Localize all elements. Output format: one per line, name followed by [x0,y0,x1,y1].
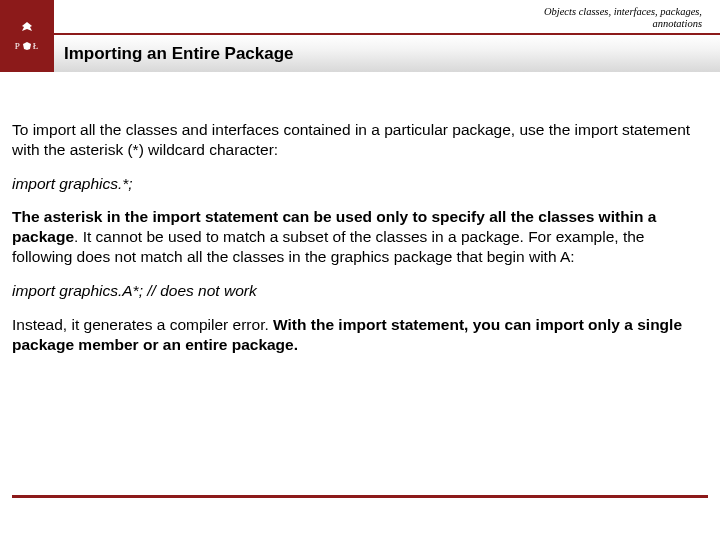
paragraph-conclusion: Instead, it generates a compiler error. … [12,315,702,355]
logo-letter-right: Ł [33,41,40,51]
paragraph-intro: To import all the classes and interfaces… [12,120,702,160]
institution-logo: P Ł [0,0,54,72]
restriction-rest: . It cannot be used to match a subset of… [12,228,644,265]
eagle-icon [18,21,36,35]
shield-icon [23,42,31,50]
breadcrumb-line-1: Objects classes, interfaces, packages, [544,6,702,18]
breadcrumb: Objects classes, interfaces, packages, a… [544,6,702,29]
code-example-1: import graphics.*; [12,174,702,194]
title-bar: Importing an Entire Package [54,35,720,72]
slide-title: Importing an Entire Package [64,44,294,64]
slide-header: P Ł Objects classes, interfaces, package… [0,0,720,72]
conclusion-lead: Instead, it generates a compiler error. [12,316,273,333]
code-example-2: import graphics.A*; // does not work [12,281,702,301]
logo-letters: P Ł [15,41,40,51]
footer-divider [12,495,708,498]
logo-letter-left: P [15,41,21,51]
slide-body: To import all the classes and interfaces… [0,72,720,354]
paragraph-restriction: The asterisk in the import statement can… [12,207,702,266]
breadcrumb-line-2: annotations [544,18,702,30]
